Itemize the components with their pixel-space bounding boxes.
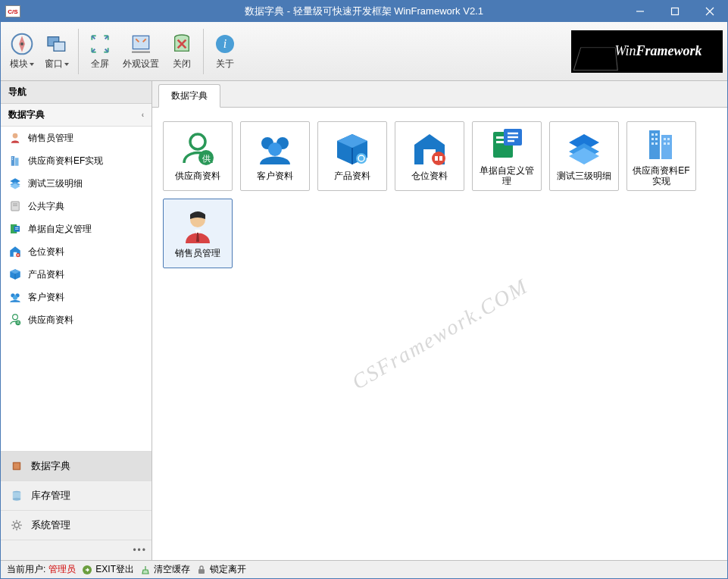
svg-rect-67: [664, 138, 666, 140]
ribbon-toolbar: 模块 窗口 全屏外观设置关闭i关于WinFramework: [1, 22, 727, 81]
svg-text:供: 供: [202, 154, 211, 163]
ribbon-btn-appearance[interactable]: 外观设置: [118, 29, 164, 74]
tile-label: 仓位资料: [411, 171, 448, 181]
sidebar-group-header[interactable]: 数据字典 ‹: [1, 104, 152, 127]
svg-rect-19: [11, 202, 20, 211]
status-bar: 当前用户: 管理员 EXIT登出 清空缓存 锁定离开: [1, 560, 727, 578]
sidebar-item[interactable]: 仓位资料: [1, 240, 152, 263]
ribbon-btn-close-doc[interactable]: 关闭: [165, 29, 198, 74]
svg-point-40: [190, 134, 205, 149]
chevron-down-icon: [30, 63, 34, 66]
svg-rect-63: [651, 138, 654, 140]
tile-item[interactable]: 单据自定义管理: [472, 121, 542, 191]
tile-item[interactable]: 销售员管理: [163, 199, 233, 268]
building-lg-icon: [643, 126, 680, 162]
sidebar-item-label: 公共字典: [28, 200, 64, 213]
minimize-button[interactable]: [623, 1, 658, 22]
layers-icon: [8, 177, 22, 190]
tile-item[interactable]: 供应商资料EF实现: [626, 121, 696, 191]
sidebar-module-gear[interactable]: 系统管理: [1, 510, 152, 540]
maximize-button[interactable]: [658, 1, 692, 22]
svg-point-5: [20, 42, 23, 45]
sidebar-item-label: 销售员管理: [28, 132, 73, 145]
about-icon: i: [213, 32, 237, 56]
tile-item[interactable]: 测试三级明细: [549, 121, 619, 191]
compass-icon: [10, 32, 34, 56]
ribbon-btn-windows[interactable]: 窗口: [40, 29, 73, 74]
sidebar-item-label: 供应商资料: [28, 314, 73, 327]
tile-item[interactable]: 仓位资料: [395, 121, 464, 191]
ribbon-btn-compass[interactable]: 模块: [5, 29, 39, 74]
sidebar-module-label: 库存管理: [31, 489, 70, 502]
status-lock-button[interactable]: 锁定离开: [196, 563, 246, 576]
svg-point-39: [14, 523, 19, 527]
tile-item[interactable]: 供供应商资料: [163, 121, 233, 191]
tile-label: 供应商资料EF实现: [630, 165, 692, 187]
svg-point-14: [13, 133, 18, 139]
sidebar-item[interactable]: 销售员管理: [1, 127, 152, 149]
building-icon: [8, 154, 22, 167]
watermark: CSFramework.COM: [348, 274, 532, 394]
sidebar-item-label: 单据自定义管理: [28, 223, 92, 236]
tile-label: 单据自定义管理: [476, 165, 538, 187]
svg-point-31: [13, 296, 17, 300]
sidebar-item[interactable]: 产品资料: [1, 263, 152, 286]
sidebar-module-db[interactable]: 库存管理: [1, 480, 152, 510]
tile-label: 客户资料: [257, 171, 293, 181]
tab-data-dictionary[interactable]: 数据字典: [158, 84, 220, 108]
tile-item[interactable]: 产品资料: [317, 121, 387, 191]
lock-icon: [196, 565, 207, 575]
svg-text:供: 供: [17, 321, 20, 324]
sidebar-item[interactable]: 公共字典: [1, 195, 152, 218]
svg-rect-50: [435, 156, 438, 161]
svg-rect-51: [439, 156, 442, 161]
sidebar-group-label: 数据字典: [8, 108, 45, 121]
svg-point-45: [268, 142, 282, 156]
sidebar-item[interactable]: 单据自定义管理: [1, 218, 152, 240]
main-area: 导航 数据字典 ‹ 销售员管理供应商资料EF实现测试三级明细公共字典单据自定义管…: [1, 81, 727, 560]
broom-icon: [140, 565, 151, 575]
sidebar-module-book[interactable]: 数据字典: [1, 451, 152, 480]
svg-rect-60: [661, 135, 672, 159]
status-user-value: 管理员: [48, 563, 76, 576]
sidebar-overflow-button[interactable]: •••: [1, 540, 152, 560]
supplier-icon: 供: [8, 313, 22, 327]
sidebar-item[interactable]: 供供应商资料: [1, 308, 152, 331]
sidebar-module-label: 系统管理: [31, 518, 70, 532]
ribbon-btn-fullscreen[interactable]: 全屏: [83, 29, 117, 74]
sidebar-item[interactable]: 测试三级明细: [1, 172, 152, 195]
content-area: 数据字典 CSFramework.COM 供供应商资料客户资料产品资料仓位资料单…: [152, 81, 727, 560]
svg-rect-7: [54, 42, 65, 51]
svg-rect-16: [15, 158, 19, 166]
close-button[interactable]: [692, 1, 727, 22]
status-exit-button[interactable]: EXIT登出: [82, 563, 134, 576]
group-lg-icon: [257, 131, 293, 167]
svg-text:i: i: [223, 37, 227, 50]
svg-rect-61: [651, 133, 654, 136]
svg-rect-18: [12, 159, 13, 160]
chevron-left-icon: ‹: [142, 111, 144, 119]
svg-rect-36: [14, 463, 20, 469]
sidebar-item[interactable]: 供应商资料EF实现: [1, 149, 152, 172]
ribbon-label: 全屏: [91, 58, 109, 70]
svg-rect-66: [655, 142, 658, 145]
window-title: 数据字典 - 轻量级可快速开发框架 WinFramework V2.1: [245, 5, 483, 18]
close-doc-icon: [170, 32, 194, 56]
svg-rect-64: [655, 138, 658, 140]
sidebar-header-label: 导航: [8, 86, 27, 99]
ribbon-label: 模块: [10, 58, 34, 70]
box-lg-icon: [334, 131, 370, 167]
warehouse-lg-icon: [411, 131, 448, 167]
sidebar: 导航 数据字典 ‹ 销售员管理供应商资料EF实现测试三级明细公共字典单据自定义管…: [1, 81, 152, 560]
sidebar-item[interactable]: 客户资料: [1, 286, 152, 308]
svg-rect-28: [17, 255, 19, 256]
ribbon-btn-about[interactable]: i关于: [208, 29, 242, 74]
svg-rect-69: [664, 142, 666, 145]
person-lg-icon: [180, 208, 216, 245]
warehouse-icon: [8, 245, 22, 258]
svg-rect-62: [655, 133, 658, 136]
status-clear-button[interactable]: 清空缓存: [140, 563, 190, 576]
book-icon: [10, 459, 23, 473]
db-icon: [10, 489, 23, 502]
tile-item[interactable]: 客户资料: [240, 121, 310, 191]
